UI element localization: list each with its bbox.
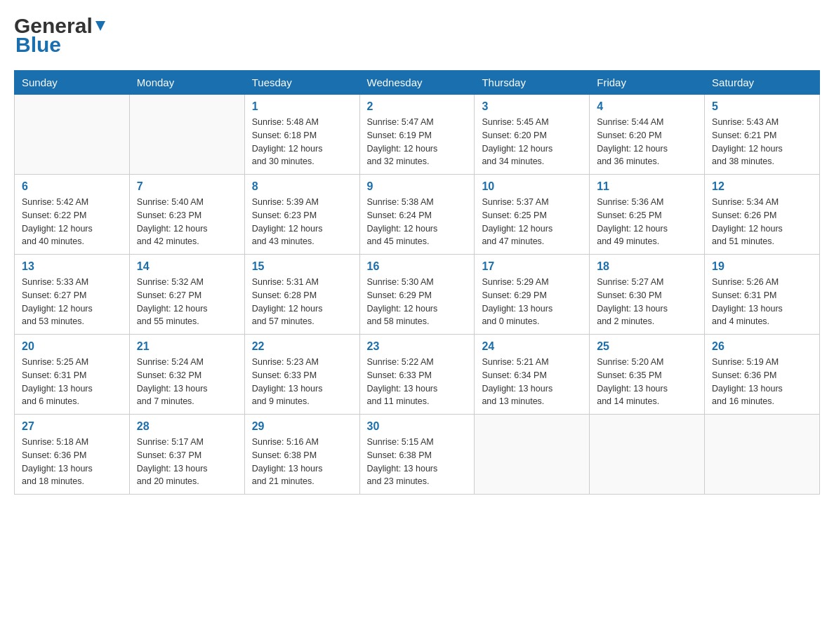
day-number: 16 (367, 260, 468, 273)
calendar-day-cell: 10Sunrise: 5:37 AMSunset: 6:25 PMDayligh… (475, 175, 590, 255)
calendar-day-cell: 11Sunrise: 5:36 AMSunset: 6:25 PMDayligh… (590, 175, 705, 255)
calendar-day-cell (475, 415, 590, 495)
calendar-day-cell: 20Sunrise: 5:25 AMSunset: 6:31 PMDayligh… (15, 335, 130, 415)
day-number: 12 (712, 180, 812, 193)
calendar-day-cell: 1Sunrise: 5:48 AMSunset: 6:18 PMDaylight… (244, 95, 359, 175)
page-header: General Blue (14, 14, 820, 56)
logo-arrow-icon (94, 20, 107, 32)
calendar-day-cell: 3Sunrise: 5:45 AMSunset: 6:20 PMDaylight… (475, 95, 590, 175)
day-number: 3 (482, 100, 582, 113)
calendar-day-cell (129, 95, 244, 175)
calendar-week-row: 6Sunrise: 5:42 AMSunset: 6:22 PMDaylight… (15, 175, 820, 255)
day-header-monday: Monday (129, 71, 244, 95)
day-number: 23 (367, 340, 468, 353)
day-info: Sunrise: 5:20 AMSunset: 6:35 PMDaylight:… (597, 356, 697, 408)
day-number: 2 (367, 100, 468, 113)
calendar-week-row: 13Sunrise: 5:33 AMSunset: 6:27 PMDayligh… (15, 255, 820, 335)
day-number: 29 (252, 420, 352, 433)
day-number: 21 (137, 340, 237, 353)
day-header-tuesday: Tuesday (244, 71, 359, 95)
day-info: Sunrise: 5:16 AMSunset: 6:38 PMDaylight:… (252, 436, 352, 488)
calendar-day-cell: 16Sunrise: 5:30 AMSunset: 6:29 PMDayligh… (359, 255, 475, 335)
day-header-wednesday: Wednesday (359, 71, 475, 95)
calendar-week-row: 20Sunrise: 5:25 AMSunset: 6:31 PMDayligh… (15, 335, 820, 415)
day-info: Sunrise: 5:19 AMSunset: 6:36 PMDaylight:… (712, 356, 812, 408)
calendar-day-cell: 29Sunrise: 5:16 AMSunset: 6:38 PMDayligh… (244, 415, 359, 495)
day-number: 11 (597, 180, 697, 193)
day-info: Sunrise: 5:31 AMSunset: 6:28 PMDaylight:… (252, 276, 352, 328)
day-number: 14 (137, 260, 237, 273)
day-info: Sunrise: 5:37 AMSunset: 6:25 PMDaylight:… (482, 196, 582, 248)
day-number: 25 (597, 340, 697, 353)
logo: General Blue (14, 14, 108, 56)
calendar-day-cell: 30Sunrise: 5:15 AMSunset: 6:38 PMDayligh… (359, 415, 475, 495)
calendar-day-cell: 4Sunrise: 5:44 AMSunset: 6:20 PMDaylight… (590, 95, 705, 175)
day-header-friday: Friday (590, 71, 705, 95)
day-number: 19 (712, 260, 812, 273)
calendar-day-cell (590, 415, 705, 495)
day-info: Sunrise: 5:45 AMSunset: 6:20 PMDaylight:… (482, 116, 582, 168)
day-info: Sunrise: 5:25 AMSunset: 6:31 PMDaylight:… (22, 356, 122, 408)
day-number: 17 (482, 260, 582, 273)
day-header-thursday: Thursday (475, 71, 590, 95)
day-number: 1 (252, 100, 352, 113)
calendar-day-cell: 19Sunrise: 5:26 AMSunset: 6:31 PMDayligh… (705, 255, 820, 335)
day-number: 8 (252, 180, 352, 193)
calendar-table: SundayMondayTuesdayWednesdayThursdayFrid… (14, 70, 820, 495)
calendar-week-row: 1Sunrise: 5:48 AMSunset: 6:18 PMDaylight… (15, 95, 820, 175)
calendar-day-cell: 6Sunrise: 5:42 AMSunset: 6:22 PMDaylight… (15, 175, 130, 255)
calendar-day-cell: 2Sunrise: 5:47 AMSunset: 6:19 PMDaylight… (359, 95, 475, 175)
calendar-week-row: 27Sunrise: 5:18 AMSunset: 6:36 PMDayligh… (15, 415, 820, 495)
day-number: 7 (137, 180, 237, 193)
calendar-day-cell: 27Sunrise: 5:18 AMSunset: 6:36 PMDayligh… (15, 415, 130, 495)
calendar-day-cell: 18Sunrise: 5:27 AMSunset: 6:30 PMDayligh… (590, 255, 705, 335)
calendar-day-cell: 26Sunrise: 5:19 AMSunset: 6:36 PMDayligh… (705, 335, 820, 415)
calendar-day-cell: 25Sunrise: 5:20 AMSunset: 6:35 PMDayligh… (590, 335, 705, 415)
calendar-day-cell: 7Sunrise: 5:40 AMSunset: 6:23 PMDaylight… (129, 175, 244, 255)
logo-blue-text: Blue (14, 33, 61, 56)
day-number: 24 (482, 340, 582, 353)
calendar-day-cell: 24Sunrise: 5:21 AMSunset: 6:34 PMDayligh… (475, 335, 590, 415)
day-info: Sunrise: 5:18 AMSunset: 6:36 PMDaylight:… (22, 436, 122, 488)
day-number: 13 (22, 260, 122, 273)
day-info: Sunrise: 5:15 AMSunset: 6:38 PMDaylight:… (367, 436, 468, 488)
day-number: 27 (22, 420, 122, 433)
day-info: Sunrise: 5:47 AMSunset: 6:19 PMDaylight:… (367, 116, 468, 168)
calendar-day-cell: 15Sunrise: 5:31 AMSunset: 6:28 PMDayligh… (244, 255, 359, 335)
day-info: Sunrise: 5:42 AMSunset: 6:22 PMDaylight:… (22, 196, 122, 248)
day-number: 26 (712, 340, 812, 353)
calendar-day-cell: 21Sunrise: 5:24 AMSunset: 6:32 PMDayligh… (129, 335, 244, 415)
day-info: Sunrise: 5:29 AMSunset: 6:29 PMDaylight:… (482, 276, 582, 328)
calendar-day-cell: 5Sunrise: 5:43 AMSunset: 6:21 PMDaylight… (705, 95, 820, 175)
calendar-day-cell: 17Sunrise: 5:29 AMSunset: 6:29 PMDayligh… (475, 255, 590, 335)
calendar-day-cell: 9Sunrise: 5:38 AMSunset: 6:24 PMDaylight… (359, 175, 475, 255)
day-number: 18 (597, 260, 697, 273)
day-info: Sunrise: 5:26 AMSunset: 6:31 PMDaylight:… (712, 276, 812, 328)
calendar-day-cell: 13Sunrise: 5:33 AMSunset: 6:27 PMDayligh… (15, 255, 130, 335)
day-number: 9 (367, 180, 468, 193)
calendar-header-row: SundayMondayTuesdayWednesdayThursdayFrid… (15, 71, 820, 95)
day-number: 20 (22, 340, 122, 353)
day-info: Sunrise: 5:48 AMSunset: 6:18 PMDaylight:… (252, 116, 352, 168)
day-info: Sunrise: 5:32 AMSunset: 6:27 PMDaylight:… (137, 276, 237, 328)
day-number: 22 (252, 340, 352, 353)
day-info: Sunrise: 5:44 AMSunset: 6:20 PMDaylight:… (597, 116, 697, 168)
day-number: 4 (597, 100, 697, 113)
day-info: Sunrise: 5:23 AMSunset: 6:33 PMDaylight:… (252, 356, 352, 408)
calendar-day-cell: 14Sunrise: 5:32 AMSunset: 6:27 PMDayligh… (129, 255, 244, 335)
day-info: Sunrise: 5:43 AMSunset: 6:21 PMDaylight:… (712, 116, 812, 168)
calendar-day-cell: 22Sunrise: 5:23 AMSunset: 6:33 PMDayligh… (244, 335, 359, 415)
calendar-day-cell: 8Sunrise: 5:39 AMSunset: 6:23 PMDaylight… (244, 175, 359, 255)
calendar-day-cell (15, 95, 130, 175)
day-number: 28 (137, 420, 237, 433)
day-header-saturday: Saturday (705, 71, 820, 95)
day-info: Sunrise: 5:36 AMSunset: 6:25 PMDaylight:… (597, 196, 697, 248)
calendar-day-cell: 28Sunrise: 5:17 AMSunset: 6:37 PMDayligh… (129, 415, 244, 495)
day-info: Sunrise: 5:39 AMSunset: 6:23 PMDaylight:… (252, 196, 352, 248)
day-info: Sunrise: 5:22 AMSunset: 6:33 PMDaylight:… (367, 356, 468, 408)
day-info: Sunrise: 5:17 AMSunset: 6:37 PMDaylight:… (137, 436, 237, 488)
day-number: 10 (482, 180, 582, 193)
day-info: Sunrise: 5:27 AMSunset: 6:30 PMDaylight:… (597, 276, 697, 328)
day-number: 30 (367, 420, 468, 433)
day-info: Sunrise: 5:21 AMSunset: 6:34 PMDaylight:… (482, 356, 582, 408)
